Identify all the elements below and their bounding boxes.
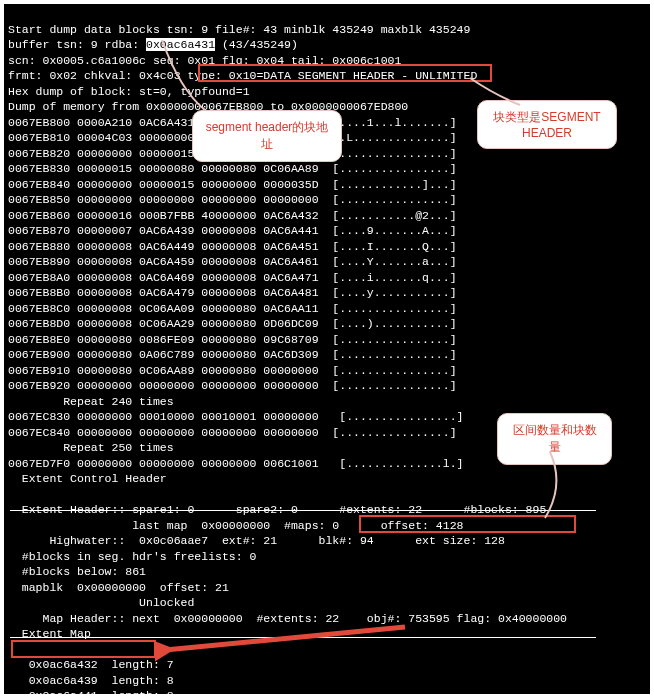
dump-row: 0067EC840 00000000 00000000 00000000 000… (8, 426, 457, 439)
line: Hex dump of block: st=0, typfound=1 (8, 85, 250, 98)
callout-block-type: 块类型是SEGMENT HEADER (477, 100, 617, 149)
dump-row: 0067EB890 00000008 0AC6A459 00000008 0AC… (8, 255, 457, 268)
line: frmt: 0x02 chkval: 0x4c03 type: 0x10=DAT… (8, 69, 477, 82)
dump-row: 0067EB910 00000080 0C06AA89 00000080 000… (8, 364, 457, 377)
extent-map-row: 0x0ac6a432 length: 7 (8, 658, 174, 671)
extent-map-row: 0x0ac6a439 length: 8 (8, 674, 174, 687)
dump-row: 0067EB860 00000016 000B7FBB 40000000 0AC… (8, 209, 457, 222)
dump-row: 0067EB840 00000000 00000015 00000000 000… (8, 178, 457, 191)
dump-row: 0067EB8D0 00000008 0C06AA29 00000080 0D0… (8, 317, 457, 330)
line: scn: 0x0005.c6a1006c seq: 0x01 flg: 0x04… (8, 54, 401, 67)
line: Map Header:: next 0x00000000 #extents: 2… (8, 612, 567, 625)
line: #blocks below: 861 (8, 565, 146, 578)
callout-segment-header-address: segment header的块地址 (192, 110, 342, 162)
dump-row: 0067ED7F0 00000000 00000000 00000000 006… (8, 457, 463, 470)
callout-extent-block-count: 区间数量和块数量 (497, 413, 612, 465)
line: Unlocked (8, 596, 194, 609)
repeat-line: Repeat 250 times (8, 441, 174, 454)
extent-map-row: 0x0ac6a441 length: 8 (8, 689, 174, 698)
dump-row: 0067EB8A0 00000008 0AC6A469 00000008 0AC… (8, 271, 457, 284)
line: #blocks in seg. hdr's freelists: 0 (8, 550, 256, 563)
dump-row: 0067EB850 00000000 00000000 00000000 000… (8, 193, 457, 206)
dump-row: 0067EB900 00000080 0A06C789 00000080 0AC… (8, 348, 457, 361)
line: Highwater:: 0x0c06aae7 ext#: 21 blk#: 94… (8, 534, 505, 547)
line: Extent Map (8, 627, 91, 640)
highlighted-rdba: 0x0ac6a431 (146, 38, 215, 51)
section-title: Extent Control Header (8, 472, 167, 485)
divider (10, 637, 596, 638)
dump-row: 0067EC830 00000000 00010000 00010001 000… (8, 410, 463, 423)
line: Start dump data blocks tsn: 9 file#: 43 … (8, 23, 470, 36)
dump-row: 0067EB8B0 00000008 0AC6A479 00000008 0AC… (8, 286, 457, 299)
dump-row: 0067EB920 00000000 00000000 00000000 000… (8, 379, 457, 392)
dump-row: 0067EB880 00000008 0AC6A449 00000008 0AC… (8, 240, 457, 253)
divider (10, 510, 596, 511)
dump-row: 0067EB8C0 00000008 0C06AA09 00000080 0AC… (8, 302, 457, 315)
repeat-line: Repeat 240 times (8, 395, 174, 408)
dump-row: 0067EB870 00000007 0AC6A439 00000008 0AC… (8, 224, 457, 237)
dump-row: 0067EB8E0 00000080 0086FE09 00000080 09C… (8, 333, 457, 346)
line: mapblk 0x00000000 offset: 21 (8, 581, 229, 594)
dump-row: 0067EB830 00000015 00000080 00000080 0C0… (8, 162, 457, 175)
line: last map 0x00000000 #maps: 0 offset: 412… (8, 519, 463, 532)
line: buffer tsn: 9 rdba: 0x0ac6a431 (43/43524… (8, 38, 298, 51)
